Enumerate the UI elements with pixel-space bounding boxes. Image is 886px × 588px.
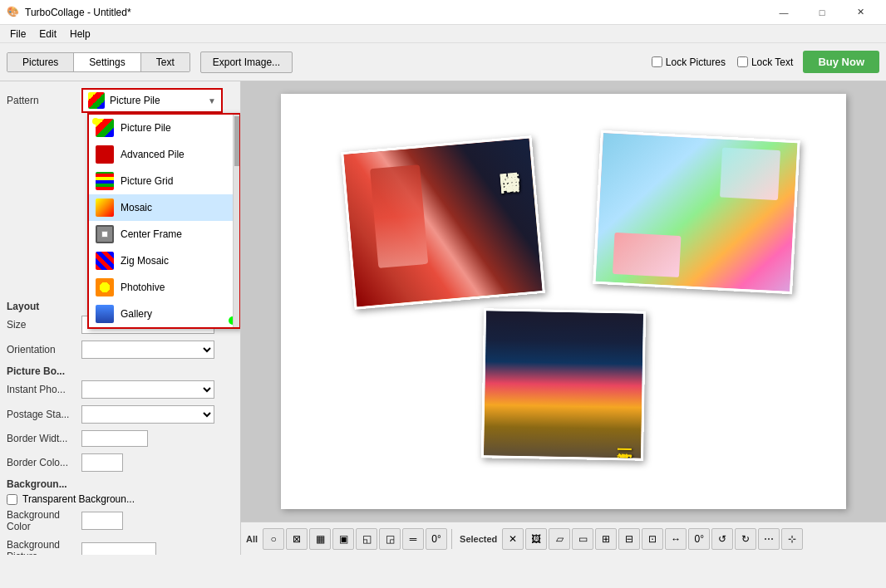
bt-sel-crop[interactable]: ▱ — [549, 528, 570, 550]
window-controls: — □ ✕ — [765, 0, 879, 25]
bg-picture-label: Background Picture — [7, 539, 81, 555]
bt-all-grid[interactable]: ▦ — [309, 528, 331, 550]
menu-edit[interactable]: Edit — [32, 27, 63, 42]
instant-photo-label: Instant Pho... — [7, 384, 81, 395]
advanced-pile-icon — [96, 145, 114, 164]
dropdown-item-gallery[interactable]: Gallery — [89, 301, 239, 327]
lock-text-option[interactable]: Lock Text — [737, 56, 793, 68]
instant-photo-row: Instant Pho... — [7, 380, 234, 399]
border-color-row: Border Colo... — [7, 453, 234, 472]
buy-now-button[interactable]: Buy Now — [803, 51, 879, 73]
scrollbar-thumb[interactable] — [234, 116, 239, 166]
dropdown-item-photohive[interactable]: Photohive — [89, 274, 239, 301]
app-icon: 🎨 — [7, 6, 20, 19]
lock-pictures-option[interactable]: Lock Pictures — [652, 56, 726, 68]
border-width-input[interactable] — [81, 430, 148, 447]
collage-canvas[interactable]: 陰陽師 一葉江湖 — [281, 94, 846, 509]
bt-sel-mirror[interactable]: ↔ — [665, 528, 687, 550]
export-image-button[interactable]: Export Image... — [200, 51, 293, 73]
background-section-title: Backgroun... — [7, 478, 234, 490]
bt-sel-more-1[interactable]: ⋯ — [758, 528, 780, 550]
canvas-container[interactable]: 陰陽師 一葉江湖 — [241, 81, 886, 522]
menu-file[interactable]: File — [3, 27, 32, 42]
transparent-bg-label: Transparent Backgroun... — [22, 493, 135, 505]
bt-all-rotate[interactable]: 0° — [426, 528, 447, 550]
bt-sel-remove[interactable]: ✕ — [502, 528, 524, 550]
picture-border-section-title: Picture Bo... — [7, 365, 234, 377]
bg-picture-input[interactable] — [81, 542, 156, 555]
bottom-toolbar: All ○ ⊠ ▦ ▣ ◱ ◲ ═ 0° Selected ✕ 🖼 ▱ ▭ ⊞ … — [241, 522, 886, 555]
menu-help[interactable]: Help — [63, 27, 97, 42]
bt-all-remove[interactable]: ⊠ — [286, 528, 308, 550]
toolbar-separator — [451, 529, 452, 549]
bg-picture-row: Background Picture — [7, 539, 234, 555]
lock-pictures-label: Lock Pictures — [666, 56, 726, 68]
bg-color-label: Background Color — [7, 509, 81, 532]
dropdown-item-center-frame[interactable]: Center Frame — [89, 221, 239, 247]
bt-all-horizontal[interactable]: ═ — [402, 528, 424, 550]
bt-sel-rotate-ccw[interactable]: ↺ — [711, 528, 733, 550]
all-label: All — [246, 534, 258, 544]
bt-all-fit-h[interactable]: ◲ — [379, 528, 401, 550]
bt-all-fill[interactable]: ▣ — [332, 528, 354, 550]
dropdown-scrollbar[interactable] — [233, 115, 239, 327]
photo-3-content: 一葉江湖 — [484, 311, 643, 458]
dropdown-item-advanced-pile[interactable]: Advanced Pile — [89, 141, 239, 168]
close-button[interactable]: ✕ — [841, 0, 879, 25]
dropdown-item-picture-grid[interactable]: Picture Grid — [89, 168, 239, 194]
postage-stamp-label: Postage Sta... — [7, 409, 81, 420]
bt-all-fit-w[interactable]: ◱ — [356, 528, 377, 550]
photo-1[interactable]: 陰陽師 — [341, 135, 545, 309]
menubar: File Edit Help — [0, 25, 886, 43]
lock-pictures-checkbox[interactable] — [652, 56, 662, 67]
bt-sel-image[interactable]: 🖼 — [525, 528, 547, 550]
picture-pile-label: Picture Pile — [121, 122, 171, 134]
gallery-label: Gallery — [121, 308, 152, 320]
instant-photo-select[interactable] — [81, 380, 214, 399]
bt-sel-resize[interactable]: ▭ — [572, 528, 593, 550]
bt-sel-fit[interactable]: ⊡ — [642, 528, 663, 550]
border-color-label: Border Colo... — [7, 457, 81, 468]
photo-2[interactable] — [593, 130, 800, 294]
dropdown-scroll-area[interactable]: Picture Pile Advanced Pile Picture Grid — [89, 115, 239, 327]
selected-label: Selected — [460, 534, 497, 544]
dropdown-item-picture-pile[interactable]: Picture Pile — [89, 115, 239, 141]
bt-sel-zoom-in[interactable]: ⊞ — [595, 528, 617, 550]
lock-text-checkbox[interactable] — [737, 56, 748, 67]
minimize-button[interactable]: — — [765, 0, 803, 25]
zig-mosaic-icon — [96, 252, 114, 270]
lock-options: Lock Pictures Lock Text — [652, 56, 794, 68]
tab-text[interactable]: Text — [141, 53, 190, 71]
pattern-dropdown-menu: Picture Pile Advanced Pile Picture Grid — [87, 113, 241, 329]
photohive-label: Photohive — [121, 282, 165, 293]
maximize-button[interactable]: □ — [803, 0, 841, 25]
picture-grid-label: Picture Grid — [121, 175, 173, 187]
bt-sel-rotate0[interactable]: 0° — [688, 528, 710, 550]
dropdown-item-mosaic[interactable]: Mosaic — [89, 194, 239, 221]
bt-sel-rotate-cw[interactable]: ↻ — [735, 528, 756, 550]
dropdown-item-zig-mosaic[interactable]: Zig Mosaic — [89, 247, 239, 274]
advanced-pile-label: Advanced Pile — [121, 149, 185, 160]
orientation-label: Orientation — [7, 344, 81, 355]
bt-sel-zoom-out[interactable]: ⊟ — [618, 528, 640, 550]
tab-settings[interactable]: Settings — [74, 53, 140, 71]
orientation-select[interactable] — [81, 341, 214, 359]
dropdown-arrow-icon: ▼ — [208, 96, 216, 105]
photo-3[interactable]: 一葉江湖 — [481, 308, 646, 460]
mosaic-label: Mosaic — [121, 202, 152, 213]
bt-sel-more-2[interactable]: ⊹ — [781, 528, 803, 550]
transparent-bg-row: Transparent Backgroun... — [7, 493, 234, 505]
bt-all-circle[interactable]: ○ — [263, 528, 284, 550]
mosaic-icon — [96, 198, 114, 217]
bg-color-swatch[interactable] — [81, 512, 123, 530]
transparent-bg-checkbox[interactable] — [7, 494, 17, 505]
border-color-swatch[interactable] — [81, 453, 123, 472]
postage-stamp-select[interactable] — [81, 405, 214, 424]
tab-group: Pictures Settings Text — [7, 52, 190, 72]
photohive-icon — [96, 278, 114, 296]
tab-pictures[interactable]: Pictures — [7, 53, 74, 71]
pattern-dropdown[interactable]: Picture Pile ▼ — [81, 88, 223, 113]
pattern-selected-text: Picture Pile — [110, 95, 208, 106]
orientation-row: Orientation — [7, 341, 234, 359]
center-frame-icon — [96, 225, 114, 243]
